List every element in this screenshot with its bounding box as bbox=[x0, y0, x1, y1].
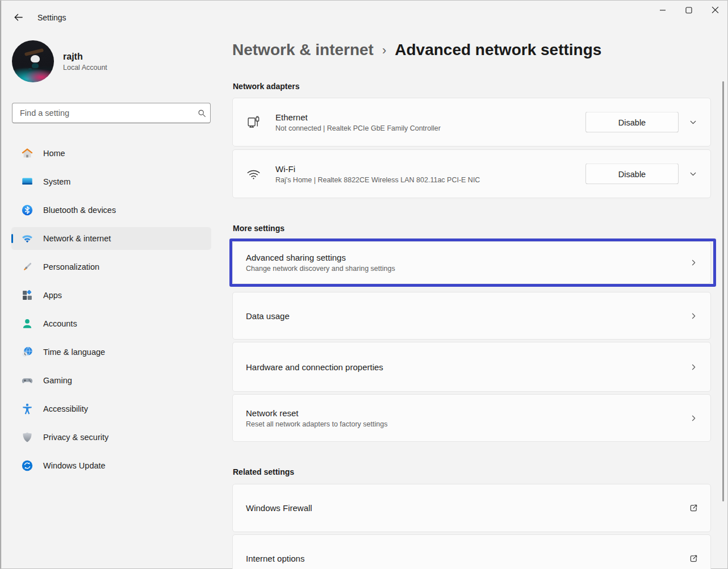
sidebar-item-label: Network & internet bbox=[43, 234, 111, 243]
personalization-icon bbox=[20, 261, 34, 274]
network-icon bbox=[20, 232, 34, 245]
sidebar-item-windows-update[interactable]: Windows Update bbox=[11, 454, 211, 477]
vertical-scrollbar[interactable] bbox=[722, 81, 724, 501]
ethernet-expand-chevron-down-icon[interactable] bbox=[685, 115, 700, 129]
window-controls bbox=[650, 0, 728, 24]
search-input[interactable] bbox=[12, 108, 193, 118]
windows-update-icon bbox=[20, 459, 34, 472]
windows-firewall-card[interactable]: Windows Firewall bbox=[232, 484, 711, 532]
close-button[interactable] bbox=[702, 0, 728, 22]
sidebar-item-gaming[interactable]: Gaming bbox=[11, 369, 211, 392]
sidebar-item-personalization[interactable]: Personalization bbox=[11, 256, 211, 278]
sidebar-item-label: Privacy & security bbox=[43, 433, 108, 442]
section-network-adapters: Network adapters bbox=[233, 82, 299, 91]
hardware-connection-properties-card[interactable]: Hardware and connection properties bbox=[232, 342, 711, 392]
sidebar-item-privacy-security[interactable]: Privacy & security bbox=[11, 426, 211, 449]
sidebar-item-bluetooth-devices[interactable]: Bluetooth & devices bbox=[11, 199, 211, 221]
bluetooth-icon bbox=[20, 204, 34, 217]
sidebar-item-label: Home bbox=[43, 149, 65, 158]
wifi-disable-button[interactable]: Disable bbox=[585, 164, 679, 185]
main-content: Network & internet › Advanced network se… bbox=[232, 27, 711, 569]
search-box bbox=[12, 103, 211, 123]
apps-icon bbox=[20, 289, 34, 302]
search-icon bbox=[193, 109, 210, 118]
maximize-button[interactable] bbox=[676, 0, 702, 22]
user-account-block[interactable]: rajth Local Account bbox=[12, 40, 107, 82]
sidebar-nav: Home System Bluetooth & devices Network … bbox=[11, 142, 211, 483]
sidebar-item-label: Time & language bbox=[43, 348, 105, 357]
setting-title: Network reset bbox=[246, 408, 676, 418]
page-title: Advanced network settings bbox=[395, 41, 601, 59]
section-more-settings: More settings bbox=[233, 224, 284, 233]
maximize-icon bbox=[685, 6, 692, 16]
titlebar: Settings bbox=[0, 0, 728, 27]
minimize-icon bbox=[659, 6, 666, 16]
sidebar-item-label: Apps bbox=[43, 291, 62, 300]
ethernet-icon bbox=[246, 115, 275, 130]
section-related-settings: Related settings bbox=[233, 467, 294, 476]
sidebar-item-label: Personalization bbox=[43, 262, 99, 271]
sidebar-item-label: Accessibility bbox=[43, 404, 88, 413]
minimize-button[interactable] bbox=[650, 0, 676, 22]
accessibility-icon bbox=[20, 403, 34, 416]
adapter-card-wifi: Wi-Fi Raj's Home | Realtek 8822CE Wirele… bbox=[232, 149, 711, 198]
sidebar-item-label: System bbox=[43, 177, 70, 186]
sidebar-item-time-language[interactable]: Time & language bbox=[11, 341, 211, 363]
internet-options-card[interactable]: Internet options bbox=[232, 534, 711, 569]
setting-title: Hardware and connection properties bbox=[246, 362, 676, 372]
adapter-name: Wi-Fi bbox=[275, 164, 480, 174]
sidebar-item-apps[interactable]: Apps bbox=[11, 284, 211, 307]
settings-window: Settings rajth Local Account bbox=[0, 0, 728, 569]
setting-title: Advanced sharing settings bbox=[246, 253, 676, 262]
setting-title: Internet options bbox=[246, 554, 676, 563]
adapter-status: Not connected | Realtek PCIe GbE Family … bbox=[275, 124, 441, 132]
time-language-icon bbox=[20, 346, 34, 359]
system-icon bbox=[20, 175, 34, 189]
home-icon bbox=[20, 147, 34, 160]
chevron-right-icon bbox=[688, 361, 699, 373]
sidebar-item-label: Windows Update bbox=[43, 461, 106, 470]
sidebar-item-label: Bluetooth & devices bbox=[43, 206, 116, 215]
sidebar-item-accessibility[interactable]: Accessibility bbox=[11, 398, 211, 420]
back-arrow-icon bbox=[13, 12, 24, 25]
close-icon bbox=[712, 6, 719, 16]
gaming-icon bbox=[20, 374, 34, 387]
network-reset-card[interactable]: Network reset Reset all network adapters… bbox=[232, 394, 711, 442]
adapter-status: Raj's Home | Realtek 8822CE Wireless LAN… bbox=[275, 176, 480, 184]
user-account-type: Local Account bbox=[63, 64, 107, 72]
back-button[interactable] bbox=[10, 11, 26, 26]
setting-title: Data usage bbox=[246, 311, 676, 321]
breadcrumb: Network & internet › Advanced network se… bbox=[232, 41, 601, 59]
wifi-expand-chevron-down-icon[interactable] bbox=[685, 166, 700, 181]
sidebar-item-network-internet[interactable]: Network & internet bbox=[11, 227, 211, 250]
chevron-right-icon bbox=[688, 310, 699, 321]
sidebar-item-accounts[interactable]: Accounts bbox=[11, 312, 211, 335]
setting-subtitle: Change network discovery and sharing set… bbox=[246, 265, 676, 273]
adapter-name: Ethernet bbox=[275, 112, 441, 122]
chevron-right-icon bbox=[688, 412, 699, 424]
app-title: Settings bbox=[37, 13, 66, 22]
sidebar: rajth Local Account Home System bbox=[0, 27, 223, 569]
sidebar-item-label: Accounts bbox=[43, 319, 77, 328]
chevron-right-icon bbox=[688, 257, 699, 269]
sidebar-item-home[interactable]: Home bbox=[11, 142, 211, 165]
breadcrumb-separator-icon: › bbox=[382, 43, 386, 58]
user-name: rajth bbox=[63, 52, 107, 62]
data-usage-card[interactable]: Data usage bbox=[232, 292, 711, 340]
adapter-card-ethernet: Ethernet Not connected | Realtek PCIe Gb… bbox=[232, 98, 711, 147]
external-link-icon bbox=[688, 553, 699, 564]
breadcrumb-parent[interactable]: Network & internet bbox=[232, 41, 374, 59]
ethernet-disable-button[interactable]: Disable bbox=[585, 112, 679, 133]
setting-subtitle: Reset all network adapters to factory se… bbox=[246, 420, 676, 428]
accounts-icon bbox=[20, 317, 34, 330]
setting-title: Windows Firewall bbox=[246, 503, 676, 513]
sidebar-item-label: Gaming bbox=[43, 376, 72, 385]
avatar bbox=[12, 40, 54, 82]
external-link-icon bbox=[688, 503, 699, 514]
wifi-icon bbox=[246, 166, 275, 182]
privacy-security-icon bbox=[20, 431, 34, 444]
sidebar-item-system[interactable]: System bbox=[11, 170, 211, 193]
advanced-sharing-settings-card[interactable]: Advanced sharing settings Change network… bbox=[232, 241, 711, 284]
